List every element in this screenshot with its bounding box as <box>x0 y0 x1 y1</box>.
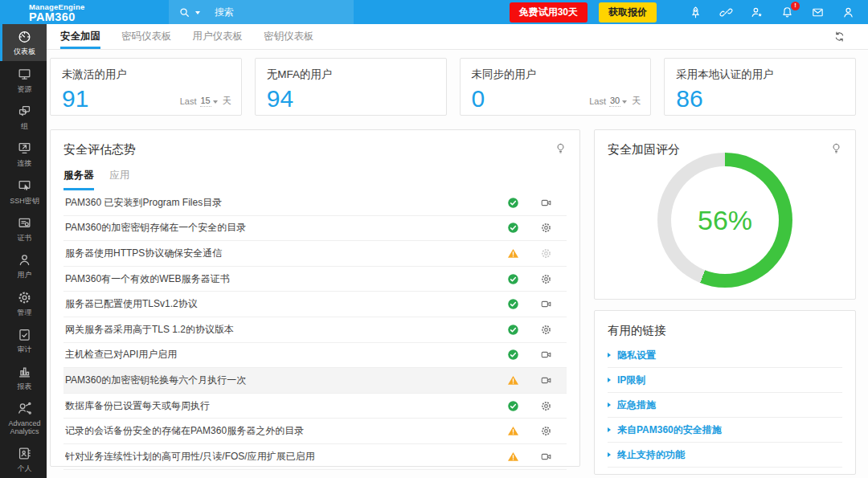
dashboard-tabbar: 安全加固 密码仪表板 用户仪表板 密钥仪表板 <box>47 24 868 50</box>
sidebar-item[interactable]: 组 <box>0 99 47 136</box>
assessment-row[interactable]: 记录的会话备份安全的存储在PAM360服务器之外的目录 <box>63 419 567 444</box>
assessment-row-text: 服务器使用HTTPS协议确保安全通信 <box>65 247 507 260</box>
sidebar-item[interactable]: 个人 <box>0 441 47 478</box>
assessment-row[interactable]: 服务器已配置使用TLSv1.2协议 <box>63 292 567 317</box>
link-item[interactable]: 来自PAM360的安全措施 <box>608 418 842 443</box>
settings-gear-icon[interactable] <box>540 247 552 259</box>
refresh-icon[interactable] <box>833 31 845 43</box>
header-icon[interactable] <box>841 6 855 19</box>
assessment-tab[interactable]: 服务器 <box>63 169 94 190</box>
score-donut-chart: 56% <box>657 153 792 288</box>
sidebar-item-icon <box>17 141 32 156</box>
header-icon-group: ! <box>689 0 855 24</box>
header-icon[interactable]: ! <box>780 6 794 19</box>
assessment-row[interactable]: 主机检查已对API用户启用 <box>63 343 567 369</box>
link-list: 隐私设置 IP限制 应急措施 <box>608 343 842 468</box>
status-warning-icon <box>507 247 519 259</box>
dashboard-tab[interactable]: 密码仪表板 <box>121 24 172 49</box>
dashboard-tab[interactable]: 密钥仪表板 <box>264 24 314 49</box>
sidebar-item[interactable]: 资源 <box>0 61 47 98</box>
settings-gear-icon[interactable] <box>540 222 552 234</box>
video-help-icon[interactable] <box>540 374 552 386</box>
assessment-row[interactable]: 针对业务连续性计划的高可用性/只读/FOS/应用扩展已启用 <box>63 444 567 470</box>
assessment-tab[interactable]: 应用 <box>110 169 130 190</box>
stat-card[interactable]: 无MFA的用户 94 <box>255 58 447 116</box>
video-help-icon[interactable] <box>540 197 552 209</box>
dashboard-tab[interactable]: 安全加固 <box>60 24 100 49</box>
link-item[interactable]: IP限制 <box>608 368 842 393</box>
sidebar-item[interactable]: 证书 <box>0 210 47 247</box>
period-suffix: 天 <box>223 95 231 107</box>
header-icon[interactable] <box>811 6 825 19</box>
dashboard-tab[interactable]: 用户仪表板 <box>193 24 244 49</box>
assessment-row[interactable]: 数据库备份已设置每天或每周执行 <box>63 394 567 419</box>
stat-cards-row: 未激活的用户 91 Last 15 天 无MFA的用户 94 <box>50 58 856 116</box>
left-nav-sidebar: 仪表板 资源 组 连接 SSH密钥 证书 用户 <box>0 24 47 478</box>
header-icon[interactable] <box>750 6 764 19</box>
stat-period-selector[interactable]: Last 30 天 <box>589 95 641 107</box>
sidebar-item-label: 证书 <box>18 234 32 242</box>
sidebar-item-label: Advanced Analytics <box>4 419 45 436</box>
assessment-row-text: 数据库备份已设置每天或每周执行 <box>65 399 507 413</box>
stat-period-selector[interactable]: Last 15 天 <box>180 95 231 107</box>
score-percent-label: 56% <box>698 205 752 236</box>
sidebar-item[interactable]: 报表 <box>0 359 47 396</box>
panels-row: 安全评估态势 服务器 应用 PAM360 已安装到Program Files目录 <box>50 129 856 467</box>
header-icon[interactable] <box>689 6 702 19</box>
lightbulb-icon[interactable] <box>555 142 567 154</box>
sidebar-item-label: 组 <box>21 122 28 130</box>
brand-line2: PAM360 <box>29 10 169 23</box>
period-value[interactable]: 30 <box>609 96 620 107</box>
sidebar-item-label: SSH密钥 <box>10 197 39 205</box>
dashboard-content: 未激活的用户 91 Last 15 天 无MFA的用户 94 <box>47 50 868 478</box>
sidebar-item[interactable]: 连接 <box>0 136 47 173</box>
get-quote-button[interactable]: 获取报价 <box>599 2 657 22</box>
brand-logo[interactable]: ManageEngine PAM360 <box>0 0 169 24</box>
assessment-row[interactable]: PAM360 已安装到Program Files目录 <box>63 190 567 216</box>
settings-gear-icon[interactable] <box>540 400 552 412</box>
settings-gear-icon[interactable] <box>540 324 552 336</box>
assessment-row[interactable]: 网关服务器采用高于TLS 1.2的协议版本 <box>63 317 567 343</box>
status-ok-icon <box>507 349 519 361</box>
settings-gear-icon[interactable] <box>540 273 552 285</box>
stat-card-title: 无MFA的用户 <box>267 67 435 82</box>
link-label: IP限制 <box>617 374 645 387</box>
video-help-icon[interactable] <box>540 298 552 310</box>
header-icon[interactable] <box>719 6 733 19</box>
sidebar-item[interactable]: 审计 <box>0 321 47 358</box>
sidebar-item[interactable]: Advanced Analytics <box>0 396 47 441</box>
status-ok-icon <box>507 197 519 209</box>
lightbulb-icon[interactable] <box>830 142 842 154</box>
free-trial-button[interactable]: 免费试用30天 <box>510 2 588 22</box>
header-spacer <box>354 0 510 24</box>
links-title: 有用的链接 <box>608 323 842 338</box>
search-icon <box>178 6 190 18</box>
settings-gear-icon[interactable] <box>540 425 552 437</box>
sidebar-item[interactable]: 仪表板 <box>0 24 47 61</box>
stat-card[interactable]: 未同步的用户 0 Last 30 天 <box>460 58 652 116</box>
status-ok-icon <box>507 324 519 336</box>
video-help-icon[interactable] <box>540 349 552 361</box>
video-help-icon[interactable] <box>540 451 552 463</box>
assessment-row[interactable]: PAM360的加密密钥存储在一个安全的目录 <box>63 216 567 242</box>
hardening-score-panel: 安全加固评分 56% <box>594 129 856 300</box>
stat-card[interactable]: 未激活的用户 91 Last 15 天 <box>50 58 242 116</box>
status-warning-icon <box>507 451 519 463</box>
sidebar-item-icon <box>17 446 32 461</box>
link-item[interactable]: 隐私设置 <box>608 343 842 368</box>
assessment-row[interactable]: 服务器使用HTTPS协议确保安全通信 <box>63 241 567 267</box>
sidebar-item[interactable]: SSH密钥 <box>0 173 47 210</box>
chevron-down-icon <box>213 100 218 104</box>
link-item[interactable]: 终止支持的功能 <box>608 443 842 468</box>
assessment-row[interactable]: PAM360有一个有效的WEB服务器证书 <box>63 267 567 292</box>
useful-links-panel: 有用的链接 隐私设置 IP限制 <box>594 310 856 475</box>
period-value[interactable]: 15 <box>200 96 211 107</box>
stat-card[interactable]: 采用本地认证的用户 86 <box>664 58 856 116</box>
link-item[interactable]: 应急措施 <box>608 393 842 418</box>
search-scope-caret-icon[interactable] <box>195 11 200 14</box>
sidebar-item[interactable]: 用户 <box>0 247 47 284</box>
sidebar-item-label: 连接 <box>18 159 32 167</box>
assessment-row[interactable]: PAM360的加密密钥轮换每六个月执行一次 <box>63 368 567 394</box>
global-search[interactable]: 搜索 <box>169 0 354 24</box>
sidebar-item[interactable]: 管理 <box>0 284 47 321</box>
